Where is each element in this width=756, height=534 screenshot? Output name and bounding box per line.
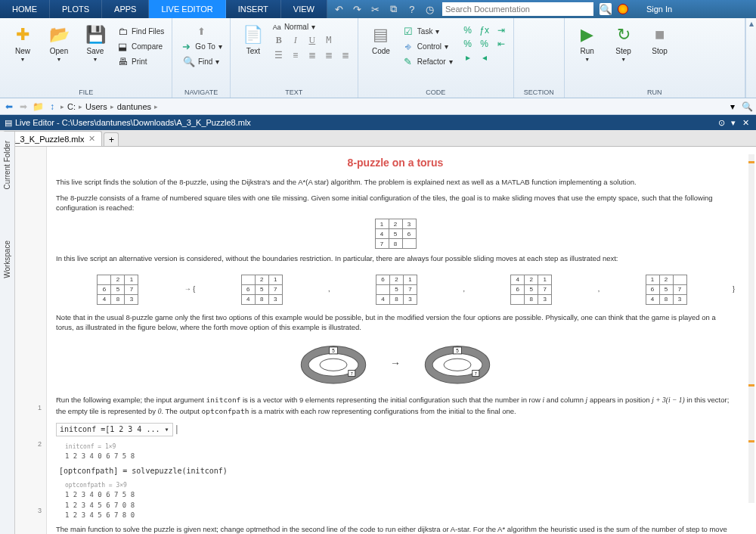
uncomment-icon[interactable]: % xyxy=(479,38,491,50)
ribbon-collapse-icon[interactable]: ▴ xyxy=(745,18,756,98)
close-tab-icon[interactable]: ✕ xyxy=(88,134,95,144)
control-button[interactable]: ⎆Control ▾ xyxy=(401,39,454,53)
group-navigate-label: NAVIGATE xyxy=(178,87,224,96)
maximize-icon[interactable]: ⊙ xyxy=(715,116,727,129)
tab-apps[interactable]: APPS xyxy=(102,0,149,18)
tab-home[interactable]: HOME xyxy=(0,0,50,18)
code-button[interactable]: ▤ Code xyxy=(364,21,398,55)
cut-icon[interactable]: ✂ xyxy=(370,3,382,15)
arrow-up-icon: ⬆ xyxy=(195,25,207,37)
forward-icon[interactable]: ➡ xyxy=(17,101,29,113)
task-icon: ☑ xyxy=(402,25,414,37)
compare-button[interactable]: ⬓Compare xyxy=(115,39,166,53)
file-tab[interactable]: A_3_K_Puzzle8.mlx ✕ xyxy=(3,131,102,146)
help-icon[interactable]: ? xyxy=(406,3,418,15)
torus-figure: 57 → 57 xyxy=(56,343,735,384)
smartindent-icon[interactable]: ⇤ xyxy=(495,38,507,50)
monospace-button[interactable]: M xyxy=(323,34,335,46)
new-button[interactable]: ✚ New▼ xyxy=(6,21,39,62)
output-1: initconf = 1×9 1 2 3 4 0 6 7 5 8 xyxy=(56,439,735,465)
number-list-button[interactable]: ≡ xyxy=(290,49,302,61)
print-icon: 🖶 xyxy=(116,55,129,67)
redo-icon[interactable]: ↷ xyxy=(352,3,364,15)
style-dropdown[interactable]: AaNormal ▾ xyxy=(273,23,352,31)
goto-button[interactable]: ➜Go To ▾ xyxy=(178,39,224,53)
new-icon: ✚ xyxy=(12,24,33,45)
stop-button[interactable]: ■ Stop xyxy=(643,21,677,55)
run-button[interactable]: ▶ Run▼ xyxy=(571,21,604,62)
code-line-1[interactable]: initconf =[1 2 3 4 ... ▾ xyxy=(56,423,173,436)
bullet-list-button[interactable]: ☰ xyxy=(273,49,285,61)
run-icon: ▶ xyxy=(577,24,598,45)
refactor-button[interactable]: ✎Refactor ▾ xyxy=(401,54,454,68)
underline-button[interactable]: U xyxy=(306,34,318,46)
find-button[interactable]: 🔍Find ▾ xyxy=(181,54,221,68)
svg-text:7: 7 xyxy=(475,371,477,376)
paragraph-5: Run the following example; the input arg… xyxy=(56,395,735,417)
save-button[interactable]: 💾 Save▼ xyxy=(79,21,112,62)
goto-icon: ➜ xyxy=(180,40,192,52)
search-icon[interactable]: 🔍 xyxy=(600,3,612,15)
align-right-button[interactable]: ≣ xyxy=(339,49,352,61)
code-icon: ▤ xyxy=(370,24,392,45)
align-left-button[interactable]: ≣ xyxy=(306,49,318,61)
print-button[interactable]: 🖶Print xyxy=(115,54,166,68)
open-button[interactable]: 📂 Open▼ xyxy=(42,21,76,62)
address-path[interactable]: ▸ C:▸ Users▸ dantunes▸ xyxy=(60,102,724,111)
align-center-button[interactable]: ≣ xyxy=(323,49,335,61)
notification-icon[interactable] xyxy=(618,4,628,14)
document-body[interactable]: 8-puzzle on a torus This live script fin… xyxy=(47,147,756,534)
svg-text:5: 5 xyxy=(332,348,335,353)
undock-icon[interactable]: ▾ xyxy=(727,116,739,129)
add-tab-button[interactable]: + xyxy=(104,132,119,146)
addons-icon[interactable]: ◷ xyxy=(424,3,436,15)
nav-up-button[interactable]: ⬆ xyxy=(194,24,209,38)
line-gutter: 1 2 3 xyxy=(15,147,47,534)
fx-icon[interactable]: ƒx xyxy=(479,24,491,36)
goal-grid: 123 456 78 xyxy=(375,219,417,249)
find-files-button[interactable]: 🗀Find Files xyxy=(115,24,166,38)
back-icon[interactable]: ⬅ xyxy=(3,101,15,113)
italic-button[interactable]: I xyxy=(290,34,302,46)
history-icon[interactable]: ↕ xyxy=(46,101,58,113)
bold-button[interactable]: B xyxy=(273,34,285,46)
tab-plots[interactable]: PLOTS xyxy=(50,0,102,18)
workspace-sidetab[interactable]: Workspace xyxy=(2,238,13,281)
paragraph-1: This live script finds the solution of t… xyxy=(56,177,735,187)
sign-in-link[interactable]: Sign In xyxy=(639,5,680,14)
tab-insert[interactable]: INSERT xyxy=(226,0,281,18)
indentless-icon[interactable]: ◂ xyxy=(479,51,491,64)
up-folder-icon[interactable]: 📁 xyxy=(32,101,44,113)
step-button[interactable]: ↻ Step▼ xyxy=(607,21,640,62)
text-button[interactable]: 📄 Text xyxy=(237,21,270,55)
moves-row: 21657483 → { 21657483 , 62157483 , 42165… xyxy=(56,270,735,309)
tab-view[interactable]: VIEW xyxy=(281,0,327,18)
indent-icon[interactable]: ⇥ xyxy=(495,24,507,36)
comment-icon[interactable]: % xyxy=(462,38,474,50)
compare-icon: ⬓ xyxy=(116,40,129,52)
file-tab-label: A_3_K_Puzzle8.mlx xyxy=(10,135,84,144)
copy-icon[interactable]: ⧉ xyxy=(388,3,400,15)
stop-icon: ■ xyxy=(649,24,671,45)
svg-text:5: 5 xyxy=(456,348,459,353)
undo-icon[interactable]: ↶ xyxy=(333,3,345,15)
svg-point-9 xyxy=(444,359,471,371)
current-folder-sidetab[interactable]: Current Folder xyxy=(2,138,13,192)
search-documentation-input[interactable] xyxy=(442,2,593,16)
find-files-icon: 🗀 xyxy=(116,25,129,37)
editor-doc-icon: ▤ xyxy=(5,118,12,128)
step-icon: ↻ xyxy=(613,24,634,45)
svg-text:7: 7 xyxy=(351,371,353,376)
code-line-2[interactable]: [optconfpath] = solvepuzzle(initconf) xyxy=(56,464,735,478)
browse-icon[interactable]: 🔍 xyxy=(741,101,753,113)
close-editor-icon[interactable]: ✕ xyxy=(739,116,751,129)
path-dropdown-icon[interactable]: ▾ xyxy=(727,101,739,113)
pct-icon[interactable]: % xyxy=(462,24,474,36)
tab-live-editor[interactable]: LIVE EDITOR xyxy=(149,0,225,18)
scroll-indicator[interactable] xyxy=(748,154,754,503)
find-icon: 🔍 xyxy=(183,55,195,67)
indentmore-icon[interactable]: ▸ xyxy=(462,51,474,64)
task-button[interactable]: ☑Task ▾ xyxy=(401,24,454,38)
paragraph-6: The main function to solve the puzzle is… xyxy=(56,524,735,534)
group-code-label: CODE xyxy=(364,87,507,96)
